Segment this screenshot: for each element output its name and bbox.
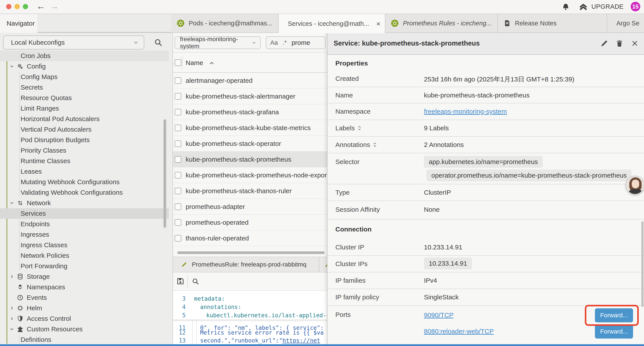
sidebar-scrollbar[interactable] xyxy=(164,119,166,228)
row-checkbox[interactable] xyxy=(175,125,181,131)
sidebar-item-limit-ranges[interactable]: Limit Ranges xyxy=(0,103,169,114)
window-zoom-light[interactable] xyxy=(23,4,28,9)
sidebar-item-helm[interactable]: Helm xyxy=(0,303,169,313)
sidebar-item-endpoints[interactable]: Endpoints xyxy=(0,219,169,229)
sidebar-item-network[interactable]: Network xyxy=(0,198,169,208)
row-checkbox[interactable] xyxy=(175,172,181,178)
tab-close-icon[interactable]: × xyxy=(376,19,380,28)
table-row[interactable]: kube-prometheus-stack-prometheus-node-ex… xyxy=(173,167,327,183)
select-all-checkbox[interactable] xyxy=(175,59,181,66)
sort-ascending-icon[interactable] xyxy=(209,61,214,66)
tab-argo[interactable]: Argo Se xyxy=(607,14,644,32)
sidebar-item-custom-resources[interactable]: Custom Resources xyxy=(0,324,169,335)
sidebar-item-vertical-pod-autoscalers[interactable]: Vertical Pod Autoscalers xyxy=(0,124,169,135)
row-checkbox[interactable] xyxy=(175,188,181,194)
port-link-9090[interactable]: 9090/TCP xyxy=(424,311,454,319)
sidebar-item-secrets[interactable]: Secrets xyxy=(0,82,169,93)
sidebar-item-network-policies[interactable]: Network Policies xyxy=(0,250,169,261)
chevron-down-icon xyxy=(9,200,14,206)
sidebar-item-storage[interactable]: Storage xyxy=(0,271,169,282)
row-checkbox[interactable] xyxy=(175,109,181,115)
row-checkbox[interactable] xyxy=(175,140,181,147)
sidebar-search-icon[interactable] xyxy=(154,38,163,47)
notifications-badge[interactable]: 15 xyxy=(631,2,640,11)
sidebar-item-config-maps[interactable]: Config Maps xyxy=(0,72,169,82)
service-name: kube-prometheus-stack-prometheus-node-ex… xyxy=(186,171,327,179)
table-row[interactable]: kube-prometheus-stack-kube-state-metrics xyxy=(173,120,327,136)
sidebar-item-pod-disruption-budgets[interactable]: Pod Disruption Budgets xyxy=(0,135,169,145)
service-detail-panel: Service: kube-prometheus-stack-prometheu… xyxy=(327,33,644,346)
sidebar-item-services[interactable]: Services xyxy=(0,208,169,219)
sidebar-item-namespaces[interactable]: Namespaces xyxy=(0,282,169,292)
upgrade-icon[interactable] xyxy=(578,2,588,12)
labels-label[interactable]: Labels xyxy=(335,124,362,132)
editor-search-icon[interactable] xyxy=(191,277,200,286)
row-checkbox[interactable] xyxy=(175,77,181,84)
row-checkbox[interactable] xyxy=(175,203,181,210)
sidebar-item-access-control[interactable]: Access Control xyxy=(0,313,169,324)
sidebar-item-ingress-classes[interactable]: Ingress Classes xyxy=(0,240,169,250)
search-input[interactable]: Aa .* prome xyxy=(266,36,326,49)
sidebar-item-horizontal-pod-autoscalers[interactable]: Horizontal Pod Autoscalers xyxy=(0,114,169,124)
sidebar-item-runtime-classes[interactable]: Runtime Classes xyxy=(0,156,169,166)
match-case-toggle[interactable]: Aa xyxy=(270,39,278,46)
sidebar-item-priority-classes[interactable]: Priority Classes xyxy=(0,145,169,156)
table-row[interactable]: prometheus-operated xyxy=(173,215,327,230)
back-arrow-icon[interactable]: ← xyxy=(36,1,45,11)
tab-services[interactable]: Services - icecheng@math... × xyxy=(278,14,385,33)
table-row[interactable]: kube-prometheus-stack-alertmanager xyxy=(173,88,327,104)
table-row[interactable]: prometheus-adapter xyxy=(173,199,327,215)
tab-prometheus-rules[interactable]: Prometheus Rules - icecheng... xyxy=(385,14,498,32)
sidebar-item-resource-quotas[interactable]: Resource Quotas xyxy=(0,93,169,103)
sidebar-item-config[interactable]: Config xyxy=(0,61,169,72)
tab-pods[interactable]: Pods - icecheng@mathmas... xyxy=(171,14,278,32)
table-row[interactable]: kube-prometheus-stack-grafana xyxy=(173,104,327,120)
close-icon[interactable] xyxy=(630,39,639,48)
tab-release-notes[interactable]: Release Notes xyxy=(498,14,607,32)
regex-toggle[interactable]: .* xyxy=(282,39,287,46)
trash-icon[interactable] xyxy=(615,39,624,48)
namespace-link[interactable]: freeleaps-monitoring-system xyxy=(424,108,507,115)
code-link[interactable]: https://net xyxy=(282,337,320,344)
edit-pencil-icon[interactable] xyxy=(600,39,609,48)
port-link-8080[interactable]: 8080:reloader-web/TCP xyxy=(424,328,494,335)
table-row[interactable]: alertmanager-operated xyxy=(173,73,327,88)
sidebar-item-definitions[interactable]: Definitions xyxy=(0,335,169,345)
upgrade-button[interactable]: UPGRADE xyxy=(592,3,624,10)
sidebar-item-ingresses[interactable]: Ingresses xyxy=(0,229,169,240)
notifications-bell-icon[interactable] xyxy=(561,2,570,12)
row-checkbox[interactable] xyxy=(175,156,181,163)
window-close-light[interactable] xyxy=(6,4,12,9)
annotations-value: 2 Annotations xyxy=(424,141,464,148)
annotations-label[interactable]: Annotations xyxy=(335,141,378,148)
service-name: kube-prometheus-stack-grafana xyxy=(186,108,279,116)
horizontal-scrollbar[interactable] xyxy=(177,251,325,254)
name-column-header[interactable]: Name xyxy=(186,59,203,66)
sidebar-item-events[interactable]: Events xyxy=(0,292,169,303)
layers-icon xyxy=(17,284,24,291)
namespace-select[interactable]: freeleaps-monitoring-system xyxy=(175,36,260,49)
forward-arrow-icon[interactable]: → xyxy=(50,1,59,11)
sidebar-item-leases[interactable]: Leases xyxy=(0,166,169,177)
sidebar-item-label: Resource Quotas xyxy=(20,94,72,102)
editor-tab-prometheusrule[interactable]: PrometheusRule: freeleaps-prod-rabbitmq xyxy=(173,257,319,272)
row-checkbox[interactable] xyxy=(175,93,181,100)
kubeconfig-select[interactable]: Local Kubeconfigs xyxy=(3,35,144,49)
table-row[interactable]: kube-prometheus-stack-thanos-ruler xyxy=(173,183,327,199)
tab-navigator[interactable]: Navigator xyxy=(0,14,37,33)
user-avatar[interactable] xyxy=(625,176,644,195)
sidebar-item-cron-jobs[interactable]: Cron Jobs xyxy=(0,50,169,61)
table-row-selected[interactable]: kube-prometheus-stack-prometheus xyxy=(173,152,327,167)
sidebar-item-validating-webhook-configurations[interactable]: Validating Webhook Configurations xyxy=(0,187,169,198)
sidebar-item-mutating-webhook-configurations[interactable]: Mutating Webhook Configurations xyxy=(0,177,169,187)
window-minimize-light[interactable] xyxy=(14,4,20,9)
forward-button-8080[interactable]: Forward... xyxy=(595,325,633,339)
row-checkbox[interactable] xyxy=(175,235,181,242)
table-row[interactable]: thanos-ruler-operated xyxy=(173,230,327,246)
save-icon[interactable] xyxy=(176,277,185,286)
detail-scrollbar[interactable] xyxy=(641,221,644,307)
sidebar-item-port-forwarding[interactable]: Port Forwarding xyxy=(0,261,169,271)
table-row[interactable]: kube-prometheus-stack-operator xyxy=(173,136,327,152)
yaml-editor[interactable]: 11 0", for": "nm", labels": { service": … xyxy=(173,291,327,346)
row-checkbox[interactable] xyxy=(175,219,181,226)
